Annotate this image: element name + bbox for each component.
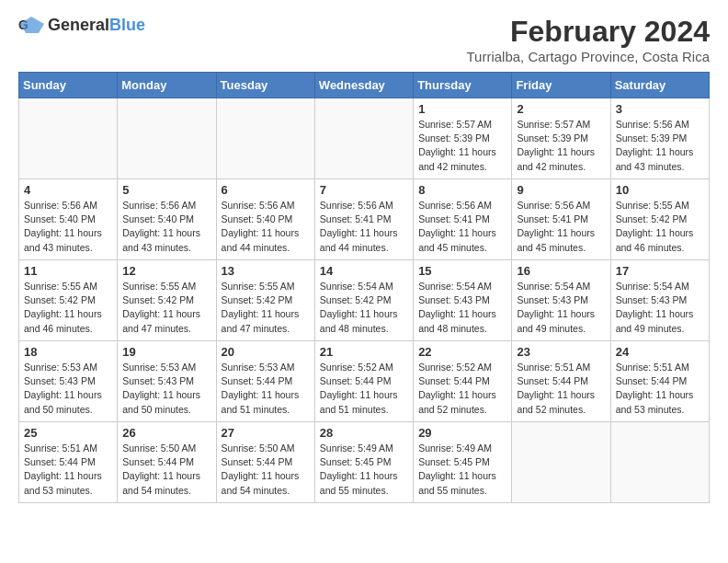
- calendar-cell: [216, 98, 314, 179]
- logo-blue-text: Blue: [109, 16, 145, 34]
- day-info: Sunrise: 5:57 AMSunset: 5:39 PMDaylight:…: [418, 118, 506, 174]
- day-info: Sunrise: 5:50 AMSunset: 5:44 PMDaylight:…: [222, 442, 310, 498]
- day-info: Sunrise: 5:55 AMSunset: 5:42 PMDaylight:…: [122, 280, 210, 336]
- day-number: 8: [418, 183, 506, 197]
- day-info: Sunrise: 5:54 AMSunset: 5:43 PMDaylight:…: [418, 280, 506, 336]
- calendar-cell: [118, 98, 216, 179]
- logo-general-text: General: [48, 16, 109, 34]
- day-number: 3: [616, 102, 704, 116]
- day-number: 2: [517, 102, 605, 116]
- calendar-cell: 12Sunrise: 5:55 AMSunset: 5:42 PMDayligh…: [118, 260, 216, 341]
- calendar-header-row: SundayMondayTuesdayWednesdayThursdayFrid…: [19, 73, 710, 98]
- day-number: 15: [418, 264, 506, 278]
- calendar-cell: 1Sunrise: 5:57 AMSunset: 5:39 PMDaylight…: [414, 98, 512, 179]
- day-info: Sunrise: 5:54 AMSunset: 5:42 PMDaylight:…: [320, 280, 408, 336]
- day-number: 14: [320, 264, 408, 278]
- calendar-week-row: 25Sunrise: 5:51 AMSunset: 5:44 PMDayligh…: [19, 422, 710, 503]
- logo: G GeneralBlue: [18, 15, 145, 35]
- day-number: 25: [24, 426, 112, 440]
- day-number: 13: [222, 264, 310, 278]
- calendar-week-row: 4Sunrise: 5:56 AMSunset: 5:40 PMDaylight…: [19, 179, 710, 260]
- calendar-cell: [314, 98, 413, 179]
- calendar-cell: [512, 422, 610, 503]
- calendar-week-row: 1Sunrise: 5:57 AMSunset: 5:39 PMDaylight…: [19, 98, 710, 179]
- day-info: Sunrise: 5:53 AMSunset: 5:44 PMDaylight:…: [222, 361, 310, 417]
- header-day-tuesday: Tuesday: [216, 73, 314, 98]
- header-day-wednesday: Wednesday: [314, 73, 413, 98]
- header-day-monday: Monday: [118, 73, 216, 98]
- logo-icon: G: [18, 15, 44, 35]
- calendar-cell: 4Sunrise: 5:56 AMSunset: 5:40 PMDaylight…: [19, 179, 118, 260]
- calendar-cell: 19Sunrise: 5:53 AMSunset: 5:43 PMDayligh…: [118, 341, 216, 422]
- day-number: 5: [122, 183, 210, 197]
- calendar-cell: 8Sunrise: 5:56 AMSunset: 5:41 PMDaylight…: [414, 179, 512, 260]
- day-info: Sunrise: 5:51 AMSunset: 5:44 PMDaylight:…: [517, 361, 605, 417]
- header-day-friday: Friday: [512, 73, 610, 98]
- header-day-saturday: Saturday: [610, 73, 709, 98]
- day-info: Sunrise: 5:52 AMSunset: 5:44 PMDaylight:…: [418, 361, 506, 417]
- day-info: Sunrise: 5:55 AMSunset: 5:42 PMDaylight:…: [616, 199, 704, 255]
- day-info: Sunrise: 5:56 AMSunset: 5:40 PMDaylight:…: [24, 199, 112, 255]
- calendar-cell: [610, 422, 709, 503]
- day-number: 17: [616, 264, 704, 278]
- day-info: Sunrise: 5:56 AMSunset: 5:41 PMDaylight:…: [320, 199, 408, 255]
- subtitle: Turrialba, Cartago Province, Costa Rica: [466, 49, 710, 64]
- day-info: Sunrise: 5:51 AMSunset: 5:44 PMDaylight:…: [24, 442, 112, 498]
- day-number: 6: [222, 183, 310, 197]
- day-info: Sunrise: 5:56 AMSunset: 5:41 PMDaylight:…: [418, 199, 506, 255]
- calendar-cell: 7Sunrise: 5:56 AMSunset: 5:41 PMDaylight…: [314, 179, 413, 260]
- calendar-cell: 18Sunrise: 5:53 AMSunset: 5:43 PMDayligh…: [19, 341, 118, 422]
- header-day-sunday: Sunday: [19, 73, 118, 98]
- calendar-cell: 15Sunrise: 5:54 AMSunset: 5:43 PMDayligh…: [414, 260, 512, 341]
- day-info: Sunrise: 5:50 AMSunset: 5:44 PMDaylight:…: [122, 442, 210, 498]
- day-info: Sunrise: 5:56 AMSunset: 5:40 PMDaylight:…: [122, 199, 210, 255]
- main-title: February 2024: [466, 15, 710, 49]
- day-info: Sunrise: 5:54 AMSunset: 5:43 PMDaylight:…: [616, 280, 704, 336]
- day-info: Sunrise: 5:53 AMSunset: 5:43 PMDaylight:…: [122, 361, 210, 417]
- day-number: 19: [122, 345, 210, 359]
- day-info: Sunrise: 5:57 AMSunset: 5:39 PMDaylight:…: [517, 118, 605, 174]
- calendar-cell: 6Sunrise: 5:56 AMSunset: 5:40 PMDaylight…: [216, 179, 314, 260]
- day-number: 11: [24, 264, 112, 278]
- calendar-cell: 22Sunrise: 5:52 AMSunset: 5:44 PMDayligh…: [414, 341, 512, 422]
- day-number: 23: [517, 345, 605, 359]
- day-info: Sunrise: 5:51 AMSunset: 5:44 PMDaylight:…: [616, 361, 704, 417]
- day-number: 24: [616, 345, 704, 359]
- calendar-cell: 17Sunrise: 5:54 AMSunset: 5:43 PMDayligh…: [610, 260, 709, 341]
- day-number: 10: [616, 183, 704, 197]
- day-number: 26: [122, 426, 210, 440]
- day-number: 20: [222, 345, 310, 359]
- calendar-week-row: 11Sunrise: 5:55 AMSunset: 5:42 PMDayligh…: [19, 260, 710, 341]
- calendar-cell: 3Sunrise: 5:56 AMSunset: 5:39 PMDaylight…: [610, 98, 709, 179]
- calendar-cell: 10Sunrise: 5:55 AMSunset: 5:42 PMDayligh…: [610, 179, 709, 260]
- calendar-cell: 5Sunrise: 5:56 AMSunset: 5:40 PMDaylight…: [118, 179, 216, 260]
- day-info: Sunrise: 5:54 AMSunset: 5:43 PMDaylight:…: [517, 280, 605, 336]
- day-info: Sunrise: 5:52 AMSunset: 5:44 PMDaylight:…: [320, 361, 408, 417]
- day-number: 4: [24, 183, 112, 197]
- calendar-cell: 16Sunrise: 5:54 AMSunset: 5:43 PMDayligh…: [512, 260, 610, 341]
- day-number: 18: [24, 345, 112, 359]
- day-number: 29: [418, 426, 506, 440]
- day-info: Sunrise: 5:49 AMSunset: 5:45 PMDaylight:…: [320, 442, 408, 498]
- day-number: 27: [222, 426, 310, 440]
- header-day-thursday: Thursday: [414, 73, 512, 98]
- calendar-cell: 2Sunrise: 5:57 AMSunset: 5:39 PMDaylight…: [512, 98, 610, 179]
- calendar-week-row: 18Sunrise: 5:53 AMSunset: 5:43 PMDayligh…: [19, 341, 710, 422]
- day-info: Sunrise: 5:55 AMSunset: 5:42 PMDaylight:…: [24, 280, 112, 336]
- day-number: 21: [320, 345, 408, 359]
- day-info: Sunrise: 5:55 AMSunset: 5:42 PMDaylight:…: [222, 280, 310, 336]
- header: G GeneralBlue February 2024 Turrialba, C…: [18, 15, 710, 64]
- day-number: 16: [517, 264, 605, 278]
- calendar-cell: 11Sunrise: 5:55 AMSunset: 5:42 PMDayligh…: [19, 260, 118, 341]
- day-info: Sunrise: 5:49 AMSunset: 5:45 PMDaylight:…: [418, 442, 506, 498]
- calendar-cell: 21Sunrise: 5:52 AMSunset: 5:44 PMDayligh…: [314, 341, 413, 422]
- calendar-table: SundayMondayTuesdayWednesdayThursdayFrid…: [18, 72, 710, 503]
- day-info: Sunrise: 5:53 AMSunset: 5:43 PMDaylight:…: [24, 361, 112, 417]
- day-number: 1: [418, 102, 506, 116]
- calendar-cell: 23Sunrise: 5:51 AMSunset: 5:44 PMDayligh…: [512, 341, 610, 422]
- day-number: 7: [320, 183, 408, 197]
- calendar-cell: 25Sunrise: 5:51 AMSunset: 5:44 PMDayligh…: [19, 422, 118, 503]
- day-info: Sunrise: 5:56 AMSunset: 5:39 PMDaylight:…: [616, 118, 704, 174]
- calendar-cell: [19, 98, 118, 179]
- day-number: 12: [122, 264, 210, 278]
